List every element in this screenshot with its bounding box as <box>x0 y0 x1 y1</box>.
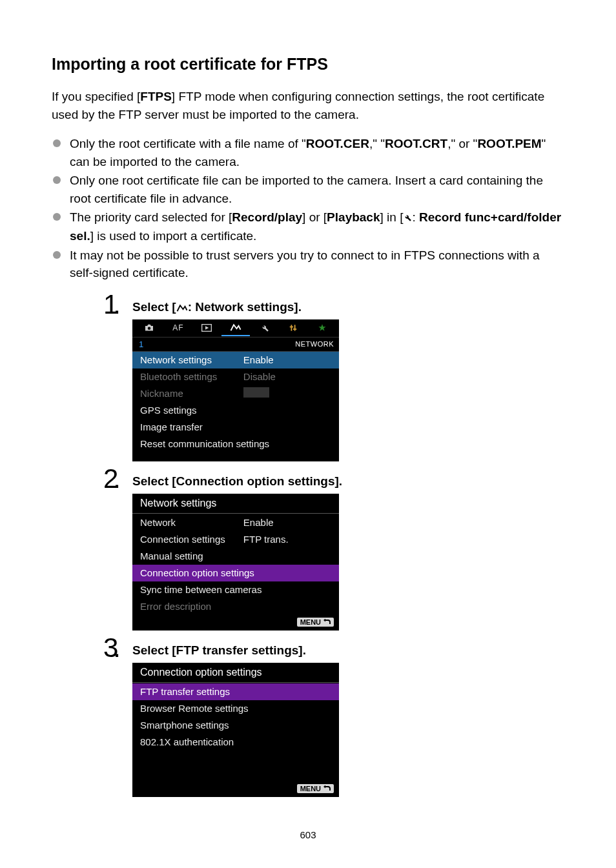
wrench-icon <box>403 209 412 227</box>
step-number: 2. <box>103 465 121 492</box>
menu-row-selected: FTP transfer settings <box>132 683 339 700</box>
page-number: 603 <box>52 829 564 840</box>
bullet-text: ," or " <box>447 137 477 150</box>
menu-label: MENU <box>300 618 321 626</box>
row-label: GPS settings <box>140 405 243 416</box>
menu-label: MENU <box>300 785 321 792</box>
step-number: 3. <box>103 634 121 661</box>
subtab-page: 1 <box>132 339 143 349</box>
bullet-text: ," " <box>369 137 385 150</box>
menu-row: GPS settings <box>132 402 339 419</box>
network-icon <box>176 303 188 312</box>
svg-rect-2 <box>291 325 293 331</box>
svg-rect-3 <box>294 325 296 331</box>
step-title: Select [: Network settings]. <box>132 300 564 314</box>
row-label: Sync time between cameras <box>140 584 331 595</box>
row-value: Enable <box>243 354 331 365</box>
row-label: FTP transfer settings <box>140 686 331 697</box>
menu-row: Network Enable <box>132 514 339 531</box>
step-number: 1. <box>103 291 121 318</box>
bullet-bold: ROOT.PEM <box>477 137 541 150</box>
screen-header: Connection option settings <box>132 663 339 682</box>
bullet-text: ] in [ <box>380 210 404 224</box>
row-label: Connection settings <box>140 534 243 545</box>
bullet-bold: ROOT.CRT <box>385 137 447 150</box>
menu-row: 802.1X authentication <box>132 734 339 751</box>
menu-back-button: MENU <box>297 618 334 627</box>
svg-rect-5 <box>293 328 296 330</box>
row-label: Image transfer <box>140 421 331 432</box>
row-label: Error description <box>140 601 331 612</box>
wrench-tab-icon <box>250 323 279 332</box>
intro-text: If you specified [ <box>52 90 140 103</box>
tab-row: AF <box>132 319 339 338</box>
step-title-text: : Network settings]. <box>188 300 302 314</box>
bullet-item: It may not be possible to trust servers … <box>52 247 564 282</box>
bullet-text: Only the root certificate with a file na… <box>70 137 306 150</box>
camera-screen-2: Network settings Network Enable Connecti… <box>132 494 339 631</box>
step-title-text: Select [ <box>132 300 176 314</box>
row-label: Nickname <box>140 388 243 399</box>
menu-row: Bluetooth settings Disable <box>132 368 339 385</box>
page-title: Importing a root certificate for FTPS <box>52 55 564 74</box>
intro-paragraph: If you specified [FTPS] FTP mode when co… <box>52 88 564 123</box>
menu-row: Browser Remote settings <box>132 700 339 717</box>
menu-back-button: MENU <box>297 784 334 793</box>
menu-row-selected: Network settings Enable <box>132 352 339 368</box>
step-1: 1. Select [: Network settings]. AF 1 NET… <box>103 295 564 461</box>
menu-row: Manual setting <box>132 548 339 565</box>
bullet-text: ] or [ <box>302 210 327 224</box>
intro-bold: FTPS <box>140 90 172 103</box>
menu-row: Error description <box>132 598 339 615</box>
af-tab: AF <box>164 323 193 332</box>
menu-row: Smartphone settings <box>132 717 339 734</box>
row-label: 802.1X authentication <box>140 736 331 747</box>
step-3: 3. Select [FTP transfer settings]. Conne… <box>103 638 564 797</box>
svg-rect-4 <box>290 327 293 328</box>
subtab-label: NETWORK <box>295 340 334 348</box>
network-tab-icon <box>221 319 251 336</box>
row-value: FTP trans. <box>243 534 331 545</box>
back-arrow-icon <box>323 785 331 792</box>
row-label: Reset communication settings <box>140 438 331 449</box>
menu-row: Connection settings FTP trans. <box>132 531 339 548</box>
custom-tab-icon <box>279 323 308 332</box>
row-value: Disable <box>243 371 331 382</box>
menu-row: Image transfer <box>132 419 339 436</box>
star-icon <box>308 323 337 332</box>
bullet-item: Only the root certificate with a file na… <box>52 135 564 170</box>
menu-row: Nickname <box>132 385 339 402</box>
bottom-bar: MENU <box>132 782 339 797</box>
row-label: Bluetooth settings <box>140 371 243 382</box>
sub-tab-row: 1 NETWORK <box>132 338 339 352</box>
row-label: Network <box>140 517 243 528</box>
bullet-text: The priority card selected for [ <box>70 210 232 224</box>
bullet-bold: Record/play <box>232 210 302 224</box>
row-value <box>243 387 331 399</box>
camera-screen-3: Connection option settings FTP transfer … <box>132 663 339 797</box>
row-label: Browser Remote settings <box>140 703 331 714</box>
camera-screen-1: AF 1 NETWORK Network settings Enable Blu… <box>132 319 339 461</box>
bottom-bar: MENU <box>132 615 339 631</box>
menu-row: Sync time between cameras <box>132 581 339 598</box>
bullet-item: The priority card selected for [Record/p… <box>52 208 564 245</box>
menu-row-selected: Connection option settings <box>132 565 339 581</box>
play-icon <box>192 324 221 332</box>
bullet-list: Only the root certificate with a file na… <box>52 135 564 282</box>
row-label: Network settings <box>140 354 243 365</box>
bullet-bold: Playback <box>327 210 380 224</box>
row-label: Connection option settings <box>140 567 331 578</box>
step-title: Select [FTP transfer settings]. <box>132 643 564 658</box>
camera-icon <box>135 323 164 332</box>
screen-header: Network settings <box>132 494 339 513</box>
bullet-bold: ROOT.CER <box>306 137 369 150</box>
row-label: Manual setting <box>140 550 331 561</box>
row-label: Smartphone settings <box>140 720 331 731</box>
step-title: Select [Connection option settings]. <box>132 474 564 489</box>
back-arrow-icon <box>323 619 331 625</box>
row-value: Enable <box>243 517 331 528</box>
bullet-item: Only one root certificate file can be im… <box>52 172 564 207</box>
nickname-placeholder <box>243 387 269 398</box>
bullet-text: : <box>412 210 419 224</box>
bullet-text: ] is used to import a certificate. <box>90 229 257 243</box>
